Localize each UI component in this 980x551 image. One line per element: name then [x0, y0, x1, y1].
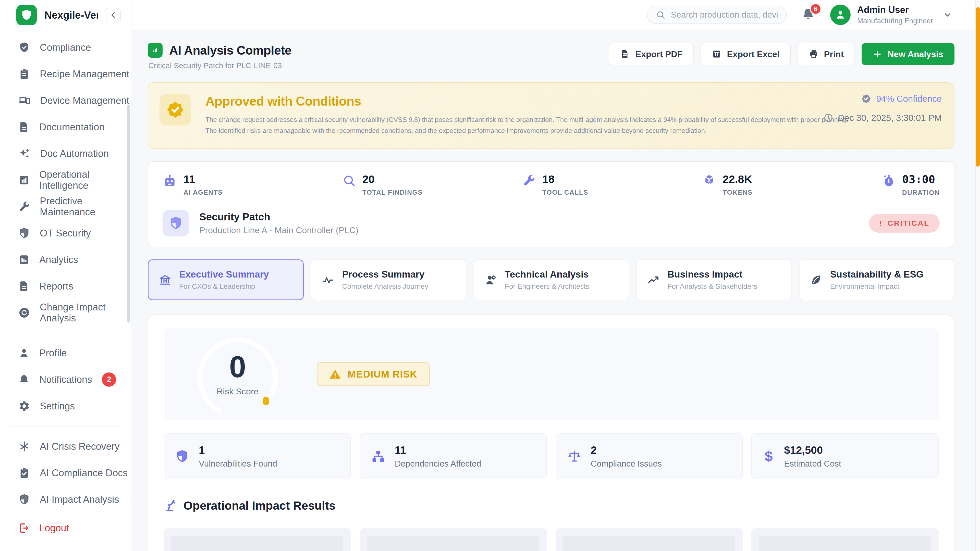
sidebar-item-label: Profile — [39, 348, 67, 359]
tab-sustainability-esg[interactable]: Sustainability & ESG Environmental Impac… — [799, 259, 955, 300]
dollar-icon: $ — [763, 448, 774, 465]
tab-business-impact[interactable]: Business Impact For Analysts & Stakehold… — [636, 259, 792, 300]
window-scrollbar-thumb[interactable] — [976, 7, 980, 167]
sidebar-item-label: AI Compliance Docs — [40, 468, 127, 478]
stat-value: 11 — [183, 173, 223, 186]
sidebar-item-label: Compliance — [40, 42, 91, 53]
sidebar-scrollbar-thumb[interactable] — [127, 105, 130, 323]
stat-value: 18 — [542, 173, 588, 186]
sidebar-item-ai-impact-analysis[interactable]: AI Impact Analysis — [0, 486, 131, 513]
sidebar-item-settings[interactable]: Settings — [0, 393, 131, 419]
tab-process-summary[interactable]: Process Summary Complete Analysis Journe… — [311, 259, 466, 300]
scale-icon — [567, 449, 581, 463]
sidebar-item-logout[interactable]: Logout — [0, 515, 131, 541]
sidebar-item-compliance[interactable]: Compliance — [0, 34, 131, 61]
risk-gauge: 0 Risk Score — [194, 328, 281, 420]
tab-technical-analysis[interactable]: Technical Analysis For Engineers & Archi… — [474, 259, 629, 300]
stat-value: 22.8K — [723, 173, 752, 186]
tab-label: Process Summary — [342, 269, 428, 280]
sidebar-item-label: Device Management — [40, 95, 129, 106]
print-button[interactable]: Print — [797, 43, 855, 65]
tab-executive-summary[interactable]: Executive Summary For CXOs & Leadership — [148, 259, 304, 300]
bar-chart-icon — [151, 46, 160, 55]
sidebar-item-recipe-management[interactable]: Recipe Management — [0, 61, 131, 87]
exclamation-mark: ! — [879, 219, 883, 227]
clipboard-icon — [18, 68, 30, 80]
sidebar-nav: Compliance Recipe Management Device Mana… — [0, 30, 131, 541]
warning-triangle-icon — [329, 368, 341, 380]
tab-sublabel: Complete Analysis Journey — [342, 283, 428, 291]
impact-card-dependencies: 11 Dependencies Affected — [360, 433, 547, 479]
timestamp-row: Dec 30, 2025, 3:30:01 PM — [824, 113, 942, 123]
tab-label: Business Impact — [667, 269, 757, 280]
sidebar-item-label: Notifications — [39, 374, 92, 385]
impact-card-vulnerabilities: 1 Vulnerabilities Found — [164, 433, 351, 479]
stat-ai-agents: 11 AI AGENTS — [162, 173, 342, 197]
sidebar-item-change-impact-analysis[interactable]: Change Impact Analysis — [0, 300, 131, 326]
bank-icon — [159, 273, 172, 286]
export-pdf-label: Export PDF — [635, 49, 682, 59]
sidebar-item-label: Operational Intelligence — [39, 169, 131, 191]
change-request-title: Security Patch — [199, 211, 359, 223]
top-bar: 6 Admin User Manufacturing Engineer — [131, 0, 980, 30]
sidebar-item-label: Documentation — [39, 122, 105, 133]
notifications-count-badge: 2 — [102, 372, 116, 387]
sidebar-item-profile[interactable]: Profile — [0, 340, 131, 366]
user-menu[interactable]: Admin User Manufacturing Engineer — [830, 5, 952, 25]
search-input[interactable] — [671, 10, 778, 20]
impact-value: 2 — [591, 444, 662, 456]
stat-value: 03:00 — [902, 173, 940, 186]
impact-label: Vulnerabilities Found — [199, 459, 277, 468]
window-scrollbar-track[interactable] — [975, 0, 980, 551]
analysis-complete-icon-box — [148, 43, 162, 58]
table-icon — [712, 49, 721, 59]
placeholder-block — [171, 536, 343, 551]
activity-line-icon — [321, 273, 334, 286]
refresh-icon — [18, 307, 30, 319]
analysis-stats-card: 11 AI AGENTS 20 TOTAL FINDINGS 18 TOOL C… — [148, 161, 955, 247]
header-notifications-button[interactable]: 6 — [801, 6, 816, 23]
sidebar-item-doc-automation[interactable]: Doc Automation — [0, 140, 131, 167]
sidebar: Nexgile-Versionmi... Compliance Recipe M… — [0, 0, 131, 551]
impact-card-compliance: 2 Compliance Issues — [555, 433, 743, 479]
placeholder-block — [563, 536, 735, 551]
sidebar-divider — [10, 333, 121, 333]
new-analysis-label: New Analysis — [888, 49, 943, 59]
global-search[interactable] — [647, 6, 787, 24]
sidebar-item-ai-crisis-recovery[interactable]: AI Crisis Recovery — [0, 433, 131, 460]
change-request-row: Security Patch Production Line A - Main … — [162, 210, 940, 237]
search-icon — [342, 174, 356, 187]
sidebar-item-label: Doc Automation — [40, 148, 109, 159]
gear-icon — [18, 400, 30, 412]
tab-sublabel: For Analysts & Stakeholders — [667, 283, 757, 291]
sidebar-item-predictive-maintenance[interactable]: Predictive Maintenance — [0, 193, 131, 220]
impact-label: Dependencies Affected — [395, 459, 481, 468]
sidebar-item-device-management[interactable]: Device Management — [0, 87, 131, 114]
stat-duration: 03:00 DURATION — [882, 173, 940, 197]
change-request-target: Production Line A - Main Controller (PLC… — [199, 225, 359, 235]
export-excel-button[interactable]: Export Excel — [700, 43, 791, 65]
sidebar-item-analytics[interactable]: Analytics — [0, 246, 131, 273]
export-pdf-button[interactable]: Export PDF — [609, 43, 694, 65]
sidebar-item-ai-compliance-docs[interactable]: AI Compliance Docs — [0, 460, 131, 486]
header-notification-badge: 6 — [810, 3, 821, 15]
sidebar-item-reports[interactable]: Reports — [0, 273, 131, 300]
chevron-left-icon — [109, 11, 118, 19]
sidebar-collapse-button[interactable] — [106, 8, 121, 22]
sidebar-item-label: AI Impact Analysis — [40, 494, 119, 505]
impact-value: 1 — [199, 444, 277, 456]
document-icon — [18, 281, 30, 292]
stat-tokens: 22.8K TOKENS — [702, 173, 882, 197]
stat-label: TOOL CALLS — [542, 189, 588, 197]
sidebar-item-ot-security[interactable]: OT Security — [0, 220, 131, 246]
sidebar-item-notifications[interactable]: Notifications 2 — [0, 366, 131, 393]
new-analysis-button[interactable]: New Analysis — [862, 43, 955, 65]
pdf-icon — [620, 49, 630, 59]
placeholder-block — [367, 536, 539, 551]
stat-total-findings: 20 TOTAL FINDINGS — [342, 173, 522, 197]
impact-label: Estimated Cost — [784, 459, 841, 468]
tab-sublabel: For CXOs & Leadership — [179, 283, 269, 291]
sidebar-item-operational-intelligence[interactable]: Operational Intelligence — [0, 167, 131, 193]
sidebar-item-documentation[interactable]: Documentation — [0, 114, 131, 140]
executive-summary-panel: 0 Risk Score MEDIUM RISK 1 Vulnerabiliti… — [148, 314, 955, 551]
